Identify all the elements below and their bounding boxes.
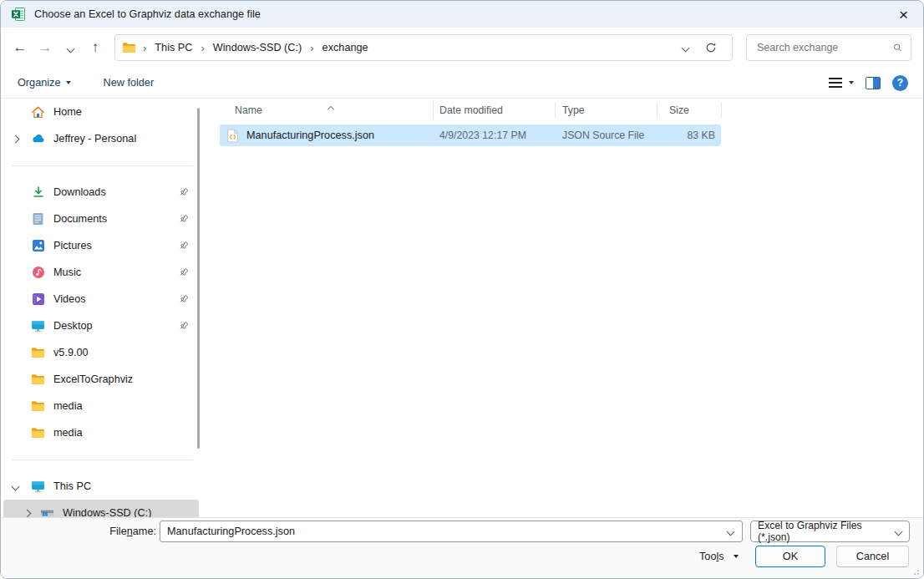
pictures-icon: [31, 239, 45, 253]
sidebar-item-documents[interactable]: Documents: [1, 206, 201, 232]
column-header-name[interactable]: Name: [235, 99, 262, 120]
collapse-chevron-icon[interactable]: [12, 482, 20, 490]
sidebar-item-label: media: [53, 400, 83, 412]
onedrive-cloud-icon: [31, 132, 45, 146]
file-name-input[interactable]: [160, 526, 719, 537]
search-input[interactable]: [755, 41, 893, 54]
sidebar-item-this-pc[interactable]: This PC: [1, 473, 201, 500]
file-name-label-post: ame:: [133, 526, 156, 537]
sidebar-item-label: This PC: [53, 480, 91, 492]
desktop-icon: [31, 319, 45, 333]
pin-icon[interactable]: [179, 293, 190, 304]
title-bar: Choose an Excel to Graphviz data exchang…: [1, 1, 923, 28]
expand-chevron-icon[interactable]: [23, 509, 32, 517]
sidebar-item-exceltographviz-folder[interactable]: ExcelToGraphviz: [1, 366, 201, 393]
organize-button[interactable]: Organize: [18, 77, 71, 89]
sidebar-item-downloads[interactable]: Downloads: [1, 179, 201, 206]
file-name-label: File name:: [68, 521, 156, 542]
drive-icon: [40, 506, 54, 518]
downloads-icon: [31, 185, 45, 200]
pin-icon[interactable]: [179, 267, 190, 277]
forward-icon[interactable]: →: [33, 39, 58, 56]
cancel-button[interactable]: Cancel: [836, 546, 909, 567]
sidebar-item-v5900-folder[interactable]: v5.9.00: [1, 339, 201, 366]
breadcrumb-drive[interactable]: Windows-SSD (C:): [211, 42, 303, 53]
column-header-type[interactable]: Type: [562, 99, 585, 120]
sidebar-item-media-folder[interactable]: media: [1, 419, 201, 446]
command-bar: Organize New folder ?: [1, 68, 923, 99]
file-type-value: Excel to Graphviz Files (*.json): [758, 520, 888, 543]
file-row-selected[interactable]: ManufacturingProcess.json 4/9/2023 12:17…: [220, 124, 721, 146]
this-pc-icon: [31, 480, 45, 494]
sidebar-item-onedrive[interactable]: Jeffrey - Personal: [1, 125, 201, 152]
help-icon[interactable]: ?: [892, 75, 908, 91]
sidebar-scrollbar[interactable]: [197, 108, 200, 449]
sidebar-item-label: v5.9.00: [53, 347, 89, 358]
sidebar-item-label: Jeffrey - Personal: [53, 133, 136, 145]
tools-label: Tools: [699, 551, 724, 562]
sort-ascending-icon: [328, 100, 333, 115]
up-icon[interactable]: ↑: [83, 39, 108, 56]
folder-icon: [31, 426, 45, 440]
file-type-dropdown-icon: [888, 526, 909, 537]
address-dropdown-icon[interactable]: [674, 45, 697, 51]
sidebar-item-windows-ssd[interactable]: Windows-SSD (C:): [3, 500, 199, 517]
music-icon: [31, 266, 45, 280]
videos-icon: [31, 292, 45, 307]
new-folder-label: New folder: [103, 77, 154, 89]
sidebar-item-desktop[interactable]: Desktop: [1, 312, 201, 339]
pin-icon[interactable]: [179, 213, 190, 224]
sidebar-item-home[interactable]: Home: [1, 99, 201, 125]
chevron-down-icon: [849, 81, 854, 84]
chevron-down-icon: [734, 555, 739, 558]
tools-label-post: s: [718, 551, 723, 562]
search-icon[interactable]: [893, 42, 902, 53]
file-name-combobox: [160, 521, 743, 542]
breadcrumb-separator: ›: [303, 42, 320, 54]
breadcrumb-exchange[interactable]: exchange: [321, 42, 370, 53]
view-mode-button[interactable]: [829, 78, 854, 88]
address-bar[interactable]: › This PC › Windows-SSD (C:) › exchange: [114, 34, 733, 61]
dialog-content: Home Jeffrey - Personal Downloads: [1, 99, 923, 517]
sidebar-item-label: Home: [53, 106, 82, 118]
sidebar-item-pictures[interactable]: Pictures: [1, 232, 201, 259]
pin-icon[interactable]: [179, 186, 190, 197]
expand-chevron-icon[interactable]: [12, 135, 20, 143]
sidebar-item-label: Pictures: [53, 240, 92, 251]
file-type-select[interactable]: Excel to Graphviz Files (*.json): [750, 521, 910, 542]
file-name-dropdown-icon[interactable]: [719, 521, 742, 541]
sidebar-item-label: Downloads: [53, 186, 106, 198]
refresh-icon[interactable]: [697, 42, 725, 53]
dialog-footer: File name: Excel to Graphviz Files (*.js…: [1, 517, 923, 578]
sidebar-item-videos[interactable]: Videos: [1, 286, 201, 312]
organize-label: Organize: [18, 77, 60, 89]
ok-button[interactable]: OK: [755, 546, 825, 567]
tools-label-pre: Too: [699, 551, 716, 562]
sidebar-item-label: Documents: [53, 213, 107, 225]
breadcrumb-this-pc[interactable]: This PC: [153, 42, 194, 53]
column-header-date-modified[interactable]: Date modified: [439, 99, 503, 120]
recent-locations-icon[interactable]: [58, 39, 83, 56]
tools-button[interactable]: Tools: [699, 546, 739, 567]
new-folder-button[interactable]: New folder: [103, 77, 154, 89]
sidebar-item-media-folder[interactable]: media: [1, 393, 201, 419]
resize-grip[interactable]: [911, 566, 919, 575]
back-icon[interactable]: ←: [8, 39, 33, 56]
preview-pane-icon[interactable]: [866, 77, 881, 89]
file-type: JSON Source File: [562, 124, 644, 146]
pin-icon[interactable]: [179, 320, 190, 331]
file-size: 83 KB: [688, 124, 716, 146]
column-header-size[interactable]: Size: [669, 99, 689, 120]
sidebar-separator: [1, 446, 201, 473]
sidebar-item-music[interactable]: Music: [1, 259, 201, 286]
list-view-icon: [829, 78, 842, 88]
search-box: [746, 34, 911, 61]
close-icon[interactable]: ×: [894, 7, 913, 23]
file-name-label-pre: File: [109, 526, 126, 537]
pin-icon[interactable]: [179, 240, 190, 251]
breadcrumb-separator: ›: [194, 42, 211, 54]
navigation-pane: Home Jeffrey - Personal Downloads: [1, 99, 201, 517]
folder-icon: [31, 399, 45, 414]
chevron-down-icon: [66, 81, 71, 84]
sidebar-item-label: media: [53, 427, 83, 439]
